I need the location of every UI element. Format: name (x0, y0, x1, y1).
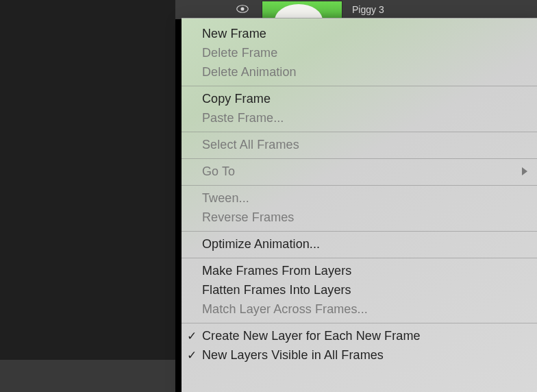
svg-point-1 (240, 7, 244, 10)
menu-flatten-frames-into-layers[interactable]: Flatten Frames Into Layers (182, 280, 537, 299)
menu-select-all-frames[interactable]: Select All Frames (182, 135, 537, 154)
menu-new-layers-visible-all-frames-label: New Layers Visible in All Frames (202, 348, 384, 363)
menu-go-to-label: Go To (202, 164, 235, 179)
menu-tween[interactable]: Tween... (182, 188, 537, 208)
menu-match-layer-across-frames[interactable]: Match Layer Across Frames... (182, 299, 537, 319)
menu-create-new-layer-each-frame-label: Create New Layer for Each New Frame (202, 329, 421, 343)
menu-optimize-animation[interactable]: Optimize Animation... (182, 234, 537, 254)
submenu-arrow-icon (522, 167, 527, 175)
menu-go-to[interactable]: Go To (182, 162, 537, 181)
layer-thumbnail[interactable] (262, 1, 342, 19)
layer-name-label[interactable]: Piggy 3 (352, 4, 384, 15)
canvas-area[interactable] (0, 0, 175, 360)
timeline-panel-menu: New Frame Delete Frame Delete Animation … (182, 18, 537, 392)
menu-paste-frame[interactable]: Paste Frame... (182, 108, 537, 127)
menu-create-new-layer-each-frame[interactable]: ✓ Create New Layer for Each New Frame (182, 326, 537, 345)
canvas-bottom-bar (0, 360, 175, 392)
menu-make-frames-from-layers[interactable]: Make Frames From Layers (182, 261, 537, 280)
menu-reverse-frames[interactable]: Reverse Frames (182, 208, 537, 227)
eye-icon (236, 3, 249, 16)
menu-delete-animation[interactable]: Delete Animation (182, 62, 537, 82)
menu-new-frame[interactable]: New Frame (182, 24, 537, 43)
menu-new-layers-visible-all-frames[interactable]: ✓ New Layers Visible in All Frames (182, 345, 537, 365)
layers-row[interactable]: Piggy 3 (175, 0, 537, 19)
checkmark-icon: ✓ (187, 348, 197, 363)
menu-copy-frame[interactable]: Copy Frame (182, 89, 537, 108)
visibility-toggle[interactable] (223, 3, 262, 16)
checkmark-icon: ✓ (187, 329, 197, 343)
menu-delete-frame[interactable]: Delete Frame (182, 43, 537, 62)
